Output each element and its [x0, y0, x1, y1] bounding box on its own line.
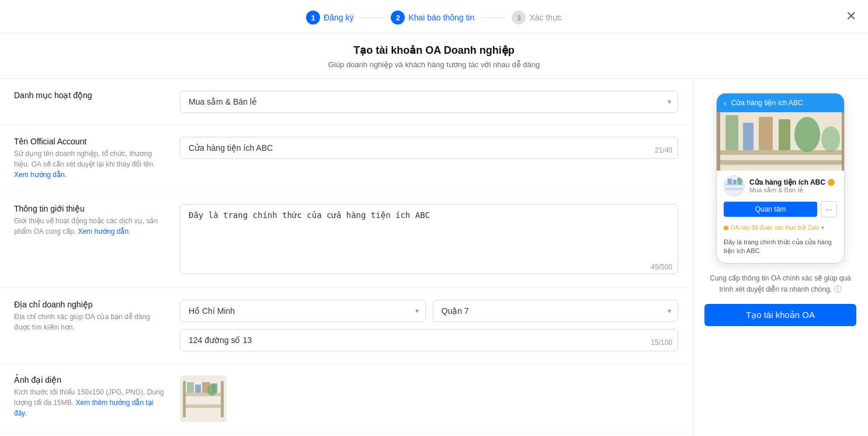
svg-point-28 [794, 117, 820, 152]
phone-cover-image [717, 112, 844, 171]
step-2-label: Khai báo thông tin [408, 13, 474, 22]
svg-rect-31 [842, 112, 844, 171]
svg-point-37 [737, 177, 742, 185]
avatar-image-preview[interactable] [180, 375, 227, 422]
description-textarea[interactable]: Đây là trang chính thức của cửa hàng tiệ… [180, 204, 678, 274]
svg-rect-2 [183, 404, 224, 408]
phone-mockup: ‹ Cửa hàng tiện ích ABC [716, 93, 845, 264]
svg-point-9 [207, 384, 217, 396]
address-label-col: Địa chỉ doanh nghiệp Địa chỉ chính xác g… [14, 300, 166, 333]
category-control-col: Mua sắm & Bán lẻ Công nghệ Giáo dục Dịch… [180, 91, 678, 113]
description-control-col: Đây là trang chính thức của cửa hàng tiệ… [180, 204, 678, 276]
avatar-row: Ảnh đại diện Kích thước tối thiểu 150x15… [0, 364, 692, 434]
city-select[interactable]: Hồ Chí Minh Hà Nội Đà Nẵng [180, 300, 426, 322]
phone-verified-text: OA này đã được xác thực bởi Zalo ▾ [717, 222, 844, 234]
modal-container: 1 Đăng ký 2 Khai báo thông tin 3 Xác thự… [0, 0, 868, 436]
phone-category: Mua sắm & Bán lẻ [749, 186, 837, 194]
step-3-number: 3 [512, 11, 526, 25]
svg-point-29 [821, 126, 840, 152]
phone-profile-info: Cửa hàng tiện ích ABC Mua sắm & Bán lẻ [749, 178, 837, 194]
svg-rect-34 [725, 188, 743, 190]
city-select-wrapper[interactable]: Hồ Chí Minh Hà Nội Đà Nẵng ▾ [180, 300, 426, 322]
create-oa-button[interactable]: Tạo tài khoản OA [704, 304, 856, 326]
phone-actions: Quan tâm ··· [717, 201, 844, 222]
street-input-wrapper: 15/100 [180, 329, 678, 351]
phone-status-bar: ‹ Cửa hàng tiện ích ABC [717, 94, 844, 112]
address-hint: Địa chỉ chính xác giúp OA của bạn dễ dàn… [14, 312, 166, 333]
address-city-district-row: Hồ Chí Minh Hà Nội Đà Nẵng ▾ Quận 7 Quận… [180, 300, 678, 322]
oa-name-control-col: 21/40 [180, 137, 678, 159]
oa-name-input-wrapper: 21/40 [180, 137, 678, 159]
chevron-down-icon: ▾ [821, 224, 824, 231]
avatar-label: Ảnh đại diện [14, 375, 166, 385]
preview-section: ‹ Cửa hàng tiện ích ABC [693, 79, 868, 436]
steps-nav: 1 Đăng ký 2 Khai báo thông tin 3 Xác thự… [306, 11, 562, 25]
page-subtitle: Giúp doanh nghiệp và khách hàng tương tá… [0, 60, 868, 69]
phone-back-icon: ‹ [724, 98, 727, 108]
phone-profile-area: Cửa hàng tiện ích ABC Mua sắm & Bán lẻ [717, 171, 844, 201]
description-hint-link[interactable]: Xem hướng dẫn. [78, 227, 130, 236]
svg-rect-30 [717, 112, 720, 171]
phone-description: Đây là trang chính thức của cửa hàng tiệ… [717, 234, 844, 263]
category-select-wrapper[interactable]: Mua sắm & Bán lẻ Công nghệ Giáo dục Dịch… [180, 91, 678, 113]
description-label-col: Thông tin giới thiệu Giới thiệu về hoạt … [14, 204, 166, 237]
verified-badge-icon [828, 179, 835, 186]
phone-avatar [724, 175, 745, 196]
phone-more-button[interactable]: ··· [821, 201, 837, 217]
street-counter: 15/100 [651, 338, 672, 347]
verified-dot-icon [724, 226, 728, 230]
address-row: Địa chỉ doanh nghiệp Địa chỉ chính xác g… [0, 288, 692, 364]
description-hint: Giới thiệu về hoạt động hoặc các dịch vụ… [14, 216, 166, 237]
modal-header: 1 Đăng ký 2 Khai báo thông tin 3 Xác thự… [0, 0, 868, 33]
phone-account-name: Cửa hàng tiện ích ABC [749, 178, 837, 186]
phone-follow-button[interactable]: Quan tâm [724, 202, 817, 217]
svg-rect-36 [733, 180, 737, 185]
description-input-wrapper: Đây là trang chính thức của cửa hàng tiệ… [180, 204, 678, 276]
address-label: Địa chỉ doanh nghiệp [14, 300, 166, 309]
category-label: Danh mục hoạt động [14, 91, 166, 100]
description-counter: 49/500 [651, 263, 672, 271]
avatar-hint: Kích thước tối thiểu 150x150 (JPG, PNG).… [14, 387, 166, 418]
title-area: Tạo tài khoản OA Doanh nghiệp Giúp doanh… [0, 33, 868, 79]
oa-name-row: Tên Official Account Sử dụng tên doanh n… [0, 125, 692, 192]
step-1-number: 1 [306, 11, 320, 25]
svg-rect-24 [725, 115, 738, 150]
svg-rect-23 [717, 160, 844, 165]
district-select-wrapper[interactable]: Quận 7 Quận 1 Quận 2 ▾ [433, 300, 679, 322]
phone-header-title: Cửa hàng tiện ích ABC [731, 99, 803, 107]
district-select[interactable]: Quận 7 Quận 1 Quận 2 [433, 300, 679, 322]
close-button[interactable]: ✕ [846, 10, 856, 23]
oa-name-counter: 21/40 [655, 146, 672, 154]
step-divider-2 [481, 18, 505, 18]
oa-name-label-col: Tên Official Account Sử dụng tên doanh n… [14, 137, 166, 180]
svg-rect-35 [728, 179, 732, 184]
step-3-label: Xác thực [529, 13, 562, 22]
description-row: Thông tin giới thiệu Giới thiệu về hoạt … [0, 192, 692, 288]
step-3: 3 Xác thực [512, 11, 562, 25]
category-label-col: Danh mục hoạt động [14, 91, 166, 102]
info-icon: ⓘ [834, 285, 842, 293]
svg-rect-4 [221, 381, 224, 417]
svg-rect-26 [759, 117, 773, 150]
form-section: Danh mục hoạt động Mua sắm & Bán lẻ Công… [0, 79, 692, 436]
preview-hint: Cung cấp thông tin OA chính xác sẽ giúp … [704, 273, 856, 295]
svg-rect-5 [187, 382, 194, 393]
description-label: Thông tin giới thiệu [14, 204, 166, 213]
oa-name-input[interactable] [180, 137, 678, 159]
category-select[interactable]: Mua sắm & Bán lẻ Công nghệ Giáo dục Dịch… [180, 91, 678, 113]
phone-avatar-image [724, 175, 744, 196]
step-divider-1 [360, 18, 384, 18]
svg-rect-6 [195, 385, 201, 393]
step-1: 1 Đăng ký [306, 11, 353, 25]
svg-rect-3 [183, 381, 186, 417]
avatar-label-col: Ảnh đại diện Kích thước tối thiểu 150x15… [14, 375, 166, 418]
address-control-col: Hồ Chí Minh Hà Nội Đà Nẵng ▾ Quận 7 Quận… [180, 300, 678, 351]
oa-name-hint-link[interactable]: Xem hướng dẫn. [14, 171, 67, 179]
avatar-image [180, 375, 227, 422]
street-input[interactable] [180, 329, 678, 351]
phone-cover-area [717, 112, 844, 171]
category-row: Danh mục hoạt động Mua sắm & Bán lẻ Công… [0, 79, 692, 125]
svg-rect-1 [183, 393, 224, 396]
step-2-number: 2 [391, 11, 405, 25]
svg-rect-22 [717, 150, 844, 155]
